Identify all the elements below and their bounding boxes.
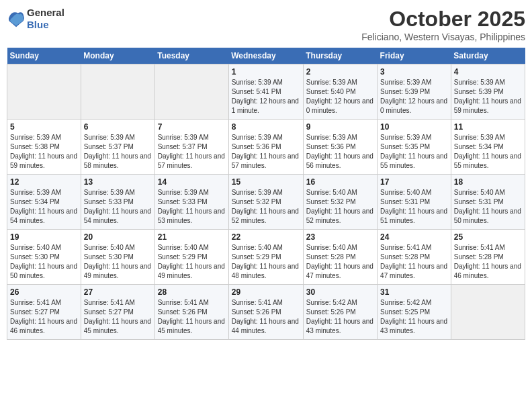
day-number: 19 (10, 232, 78, 242)
logo-text: General Blue (27, 7, 64, 31)
day-number: 24 (380, 232, 448, 242)
weekday-header: Sunday (7, 48, 81, 64)
day-number: 15 (232, 177, 300, 187)
weekday-header: Wednesday (228, 48, 303, 64)
cell-content: Sunrise: 5:40 AM Sunset: 5:30 PM Dayligh… (84, 243, 152, 281)
calendar-cell: 12 Sunrise: 5:39 AM Sunset: 5:34 PM Dayl… (7, 175, 81, 230)
day-number: 16 (306, 177, 374, 187)
day-number: 4 (454, 67, 522, 77)
cell-content: Sunrise: 5:39 AM Sunset: 5:34 PM Dayligh… (454, 133, 522, 171)
cell-content: Sunrise: 5:40 AM Sunset: 5:28 PM Dayligh… (306, 243, 374, 281)
day-number: 1 (232, 67, 300, 77)
calendar-cell: 10 Sunrise: 5:39 AM Sunset: 5:35 PM Dayl… (378, 120, 451, 175)
cell-content: Sunrise: 5:39 AM Sunset: 5:37 PM Dayligh… (84, 133, 152, 171)
calendar-cell: 15 Sunrise: 5:39 AM Sunset: 5:32 PM Dayl… (228, 175, 303, 230)
calendar-cell: 27 Sunrise: 5:41 AM Sunset: 5:27 PM Dayl… (81, 285, 154, 340)
weekday-header-row: SundayMondayTuesdayWednesdayThursdayFrid… (7, 48, 525, 64)
cell-content: Sunrise: 5:40 AM Sunset: 5:29 PM Dayligh… (158, 243, 226, 281)
calendar-cell: 9 Sunrise: 5:39 AM Sunset: 5:36 PM Dayli… (303, 120, 377, 175)
cell-content: Sunrise: 5:39 AM Sunset: 5:39 PM Dayligh… (380, 78, 448, 116)
calendar-cell: 24 Sunrise: 5:41 AM Sunset: 5:28 PM Dayl… (378, 230, 451, 285)
calendar-cell: 29 Sunrise: 5:41 AM Sunset: 5:26 PM Dayl… (228, 285, 303, 340)
calendar-cell: 6 Sunrise: 5:39 AM Sunset: 5:37 PM Dayli… (81, 120, 154, 175)
calendar-cell: 8 Sunrise: 5:39 AM Sunset: 5:36 PM Dayli… (228, 120, 303, 175)
cell-content: Sunrise: 5:39 AM Sunset: 5:32 PM Dayligh… (232, 188, 300, 226)
cell-content: Sunrise: 5:41 AM Sunset: 5:28 PM Dayligh… (454, 243, 522, 281)
logo-blue: Blue (27, 19, 49, 30)
cell-content: Sunrise: 5:39 AM Sunset: 5:36 PM Dayligh… (306, 133, 374, 171)
calendar-cell: 18 Sunrise: 5:40 AM Sunset: 5:31 PM Dayl… (451, 175, 525, 230)
cell-content: Sunrise: 5:40 AM Sunset: 5:29 PM Dayligh… (232, 243, 300, 281)
calendar-week-row: 5 Sunrise: 5:39 AM Sunset: 5:38 PM Dayli… (7, 120, 525, 175)
calendar-cell: 28 Sunrise: 5:41 AM Sunset: 5:26 PM Dayl… (154, 285, 228, 340)
day-number: 6 (84, 122, 152, 132)
day-number: 12 (10, 177, 78, 187)
calendar-cell (154, 64, 228, 120)
calendar-cell: 17 Sunrise: 5:40 AM Sunset: 5:31 PM Dayl… (378, 175, 451, 230)
day-number: 29 (232, 287, 300, 297)
day-number: 25 (454, 232, 522, 242)
day-number: 9 (306, 122, 374, 132)
day-number: 22 (232, 232, 300, 242)
day-number: 11 (454, 122, 522, 132)
cell-content: Sunrise: 5:42 AM Sunset: 5:25 PM Dayligh… (380, 298, 448, 336)
weekday-header: Tuesday (154, 48, 228, 64)
month-title: October 2025 (361, 7, 525, 32)
calendar-cell: 1 Sunrise: 5:39 AM Sunset: 5:41 PM Dayli… (228, 64, 303, 120)
calendar-cell: 3 Sunrise: 5:39 AM Sunset: 5:39 PM Dayli… (378, 64, 451, 120)
calendar-cell (451, 285, 525, 340)
cell-content: Sunrise: 5:39 AM Sunset: 5:34 PM Dayligh… (10, 188, 78, 226)
day-number: 18 (454, 177, 522, 187)
cell-content: Sunrise: 5:39 AM Sunset: 5:39 PM Dayligh… (454, 78, 522, 116)
calendar-cell: 7 Sunrise: 5:39 AM Sunset: 5:37 PM Dayli… (154, 120, 228, 175)
cell-content: Sunrise: 5:40 AM Sunset: 5:32 PM Dayligh… (306, 188, 374, 226)
calendar-cell (7, 64, 81, 120)
calendar-cell: 14 Sunrise: 5:39 AM Sunset: 5:33 PM Dayl… (154, 175, 228, 230)
cell-content: Sunrise: 5:41 AM Sunset: 5:28 PM Dayligh… (380, 243, 448, 281)
cell-content: Sunrise: 5:41 AM Sunset: 5:26 PM Dayligh… (232, 298, 300, 336)
logo-general: General (27, 7, 64, 18)
weekday-header: Saturday (451, 48, 525, 64)
cell-content: Sunrise: 5:39 AM Sunset: 5:33 PM Dayligh… (158, 188, 226, 226)
day-number: 17 (380, 177, 448, 187)
calendar-week-row: 19 Sunrise: 5:40 AM Sunset: 5:30 PM Dayl… (7, 230, 525, 285)
weekday-header: Friday (378, 48, 451, 64)
calendar-cell: 25 Sunrise: 5:41 AM Sunset: 5:28 PM Dayl… (451, 230, 525, 285)
day-number: 26 (10, 287, 78, 297)
day-number: 31 (380, 287, 448, 297)
page-header: General Blue October 2025 Feliciano, Wes… (7, 7, 525, 42)
logo-icon (7, 9, 26, 28)
calendar-cell: 11 Sunrise: 5:39 AM Sunset: 5:34 PM Dayl… (451, 120, 525, 175)
cell-content: Sunrise: 5:41 AM Sunset: 5:27 PM Dayligh… (84, 298, 152, 336)
calendar-table: SundayMondayTuesdayWednesdayThursdayFrid… (7, 48, 525, 340)
weekday-header: Monday (81, 48, 154, 64)
cell-content: Sunrise: 5:39 AM Sunset: 5:37 PM Dayligh… (158, 133, 226, 171)
title-section: October 2025 Feliciano, Western Visayas,… (361, 7, 525, 42)
cell-content: Sunrise: 5:39 AM Sunset: 5:35 PM Dayligh… (380, 133, 448, 171)
calendar-cell: 13 Sunrise: 5:39 AM Sunset: 5:33 PM Dayl… (81, 175, 154, 230)
day-number: 3 (380, 67, 448, 77)
day-number: 14 (158, 177, 226, 187)
calendar-cell: 16 Sunrise: 5:40 AM Sunset: 5:32 PM Dayl… (303, 175, 377, 230)
day-number: 13 (84, 177, 152, 187)
cell-content: Sunrise: 5:39 AM Sunset: 5:40 PM Dayligh… (306, 78, 374, 116)
calendar-cell: 5 Sunrise: 5:39 AM Sunset: 5:38 PM Dayli… (7, 120, 81, 175)
cell-content: Sunrise: 5:40 AM Sunset: 5:31 PM Dayligh… (454, 188, 522, 226)
day-number: 20 (84, 232, 152, 242)
calendar-cell: 21 Sunrise: 5:40 AM Sunset: 5:29 PM Dayl… (154, 230, 228, 285)
calendar-cell: 23 Sunrise: 5:40 AM Sunset: 5:28 PM Dayl… (303, 230, 377, 285)
weekday-header: Thursday (303, 48, 377, 64)
cell-content: Sunrise: 5:39 AM Sunset: 5:36 PM Dayligh… (232, 133, 300, 171)
cell-content: Sunrise: 5:40 AM Sunset: 5:31 PM Dayligh… (380, 188, 448, 226)
cell-content: Sunrise: 5:39 AM Sunset: 5:41 PM Dayligh… (232, 78, 300, 116)
day-number: 5 (10, 122, 78, 132)
day-number: 2 (306, 67, 374, 77)
calendar-cell (81, 64, 154, 120)
logo: General Blue (7, 7, 64, 31)
day-number: 27 (84, 287, 152, 297)
calendar-cell: 4 Sunrise: 5:39 AM Sunset: 5:39 PM Dayli… (451, 64, 525, 120)
cell-content: Sunrise: 5:41 AM Sunset: 5:27 PM Dayligh… (10, 298, 78, 336)
cell-content: Sunrise: 5:40 AM Sunset: 5:30 PM Dayligh… (10, 243, 78, 281)
calendar-cell: 20 Sunrise: 5:40 AM Sunset: 5:30 PM Dayl… (81, 230, 154, 285)
calendar-cell: 26 Sunrise: 5:41 AM Sunset: 5:27 PM Dayl… (7, 285, 81, 340)
